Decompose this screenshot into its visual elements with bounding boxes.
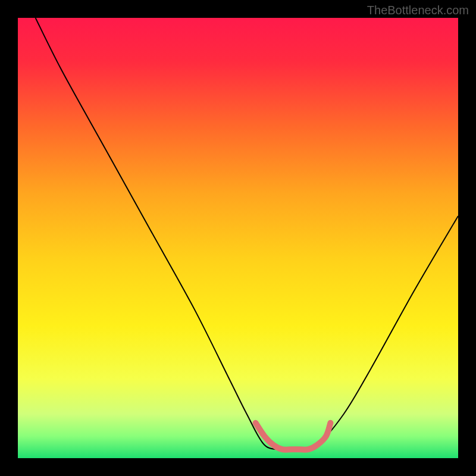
watermark-text: TheBottleneck.com [367, 4, 469, 17]
background-gradient [18, 18, 458, 458]
chart-svg [18, 18, 458, 458]
plot-area [18, 18, 458, 458]
